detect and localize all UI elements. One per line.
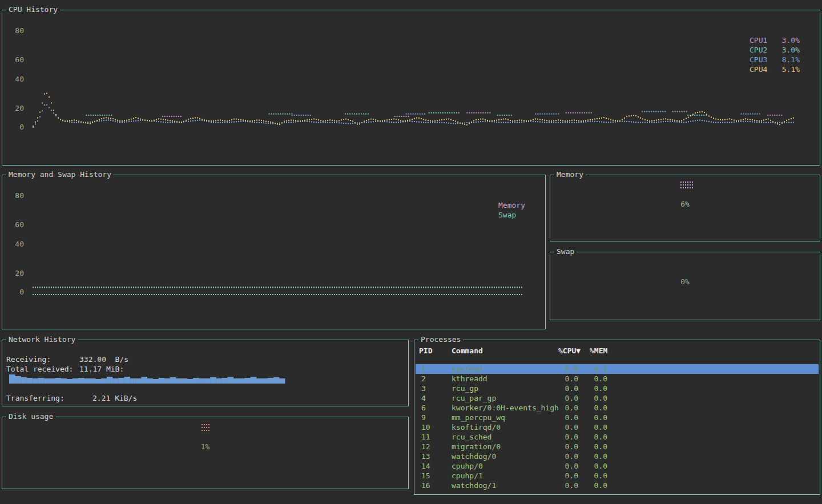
process-command: systemd	[452, 364, 483, 374]
process-row[interactable]: 2kthreadd0.00.0	[416, 374, 819, 384]
process-command: cpuhp/1	[452, 471, 483, 481]
process-row[interactable]: 16watchdog/10.00.0	[416, 481, 819, 490]
processes-column-header-mem[interactable]: %MEM	[590, 346, 607, 356]
memory-swap-history-panel: Memory and Swap History 806040200MemoryS…	[2, 175, 546, 329]
process-row-selected[interactable]: 1systemd0.00.1	[416, 364, 819, 374]
memory-title: Memory	[554, 170, 586, 179]
process-mem-percent: 0.0	[573, 432, 607, 442]
process-mem-percent: 0.0	[573, 413, 607, 422]
process-pid: 15	[421, 471, 430, 481]
process-command: migration/0	[452, 442, 501, 451]
disk-usage-value: 1%	[2, 442, 408, 451]
process-pid: 13	[421, 451, 430, 461]
process-pid: 4	[421, 393, 426, 403]
process-pid: 16	[421, 481, 430, 490]
processes-table: 1systemd0.00.12kthreadd0.00.03rcu_gp0.00…	[416, 364, 819, 490]
process-row[interactable]: 13watchdog/00.00.0	[416, 451, 819, 461]
disk-usage-title: Disk usage	[6, 412, 55, 421]
process-row[interactable]: 3rcu_gp0.00.0	[416, 384, 819, 393]
memory-panel: Memory 6%	[550, 175, 820, 241]
memory-swap-history-chart	[2, 175, 545, 329]
process-mem-percent: 0.1	[573, 364, 607, 374]
process-row[interactable]: 10ksoftirqd/00.00.0	[416, 422, 819, 432]
memswap-legend-swap: Swap	[498, 210, 516, 220]
cpu-legend-name: CPU3	[750, 55, 767, 64]
process-pid: 6	[421, 403, 426, 413]
process-command: ksoftirqd/0	[452, 422, 501, 432]
cpu-legend-entry-cpu3: CPU38.1%	[750, 55, 801, 64]
network-history-chart	[2, 340, 408, 406]
disk-usage-panel: Disk usage 1%	[2, 417, 409, 489]
process-pid: 9	[421, 413, 426, 422]
process-mem-percent: 0.0	[573, 393, 607, 403]
process-row[interactable]: 6kworker/0:0H-events_high0.00.0	[416, 403, 819, 413]
process-row[interactable]: 12migration/00.00.0	[416, 442, 819, 451]
process-pid: 2	[421, 374, 426, 384]
process-pid: 10	[421, 422, 430, 432]
process-mem-percent: 0.0	[573, 451, 607, 461]
process-pid: 14	[421, 461, 430, 471]
cpu-legend-value: 3.0%	[773, 35, 800, 45]
cpu-legend-value: 3.0%	[773, 45, 800, 55]
process-row[interactable]: 9mm_percpu_wq0.00.0	[416, 413, 819, 422]
process-pid: 1	[421, 364, 426, 374]
process-row[interactable]: 15cpuhp/10.00.0	[416, 471, 819, 481]
cpu-legend-name: CPU4	[750, 64, 767, 74]
process-mem-percent: 0.0	[573, 374, 607, 384]
cpu-legend-entry-cpu4: CPU45.1%	[750, 64, 801, 74]
process-command: watchdog/1	[452, 481, 496, 490]
cpu-legend-value: 8.1%	[773, 55, 800, 64]
processes-column-header-pid[interactable]: PID	[419, 346, 432, 356]
process-command: rcu_par_gp	[452, 393, 496, 403]
memory-gauge-dots	[680, 182, 694, 189]
process-command: rcu_gp	[452, 384, 478, 393]
process-mem-percent: 0.0	[573, 481, 607, 490]
processes-column-header-command[interactable]: Command	[452, 346, 483, 356]
swap-panel: Swap 0%	[550, 252, 820, 320]
process-command: kworker/0:0H-events_high	[452, 403, 559, 413]
process-row[interactable]: 14cpuhp/00.00.0	[416, 461, 819, 471]
process-mem-percent: 0.0	[573, 442, 607, 451]
process-row[interactable]: 11rcu_sched0.00.0	[416, 432, 819, 442]
cpu-legend-name: CPU2	[750, 45, 767, 55]
process-pid: 11	[421, 432, 430, 442]
cpu-history-panel: CPU History 806040200CPU13.0%CPU23.0%CPU…	[2, 10, 820, 166]
process-command: mm_percpu_wq	[452, 413, 505, 422]
process-row[interactable]: 4rcu_par_gp0.00.0	[416, 393, 819, 403]
process-mem-percent: 0.0	[573, 403, 607, 413]
memswap-legend-memory: Memory	[498, 200, 525, 210]
process-mem-percent: 0.0	[573, 422, 607, 432]
process-mem-percent: 0.0	[573, 384, 607, 393]
disk-gauge-dots	[202, 424, 209, 432]
swap-title: Swap	[554, 247, 577, 256]
process-pid: 12	[421, 442, 430, 451]
processes-title: Processes	[418, 335, 463, 344]
process-command: cpuhp/0	[452, 461, 483, 471]
cpu-legend-entry-cpu2: CPU23.0%	[750, 45, 801, 55]
cpu-legend-value: 5.1%	[773, 64, 800, 74]
swap-usage-value: 0%	[550, 277, 820, 287]
cpu-history-chart	[2, 10, 820, 165]
process-command: rcu_sched	[452, 432, 491, 442]
process-mem-percent: 0.0	[573, 461, 607, 471]
process-pid: 3	[421, 384, 426, 393]
cpu-legend-entry-cpu1: CPU13.0%	[750, 35, 801, 45]
memory-usage-value: 6%	[550, 199, 820, 209]
process-command: kthreadd	[452, 374, 487, 384]
processes-column-header-cpu[interactable]: %CPU▼	[558, 346, 581, 356]
cpu-legend-name: CPU1	[750, 35, 767, 45]
process-mem-percent: 0.0	[573, 471, 607, 481]
processes-panel: Processes PIDCommand%CPU▼%MEM 1systemd0.…	[414, 340, 820, 495]
network-history-panel: Network History Receiving: 332.00 B/s To…	[2, 340, 409, 406]
process-command: watchdog/0	[452, 451, 496, 461]
